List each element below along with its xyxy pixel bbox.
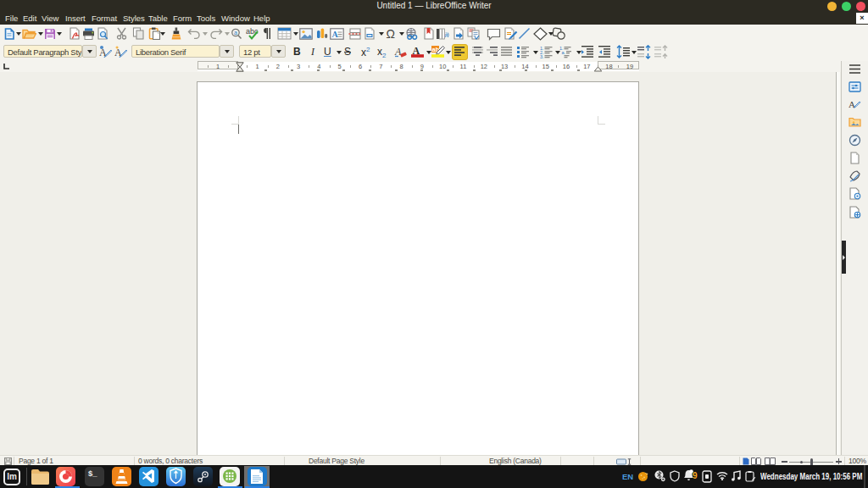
svg-text:A: A <box>332 30 339 39</box>
svg-text:i: i <box>445 31 447 39</box>
svg-text:a: a <box>234 30 237 36</box>
svg-text:3.: 3. <box>540 54 544 58</box>
svg-text:a.: a. <box>562 50 566 55</box>
svg-text:Ω: Ω <box>387 27 395 41</box>
